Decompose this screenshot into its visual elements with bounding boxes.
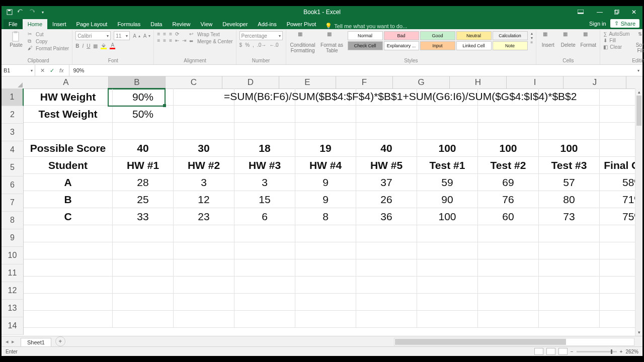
cell-D6[interactable]: 3 xyxy=(234,174,295,191)
cell-I13[interactable] xyxy=(539,294,600,311)
cell-H4[interactable]: 100 xyxy=(478,140,539,157)
enter-icon[interactable]: ✓ xyxy=(50,67,54,74)
row-header[interactable]: 3 xyxy=(2,124,24,141)
cell-F8[interactable]: 36 xyxy=(356,208,417,225)
delete-cells-button[interactable]: ▦Delete xyxy=(559,31,577,48)
cell-F14[interactable] xyxy=(356,311,417,328)
align-top-button[interactable]: ≡ xyxy=(157,31,160,37)
tab-insert[interactable]: Insert xyxy=(47,19,71,29)
cell-H7[interactable]: 76 xyxy=(478,191,539,208)
maximize-button[interactable] xyxy=(608,6,625,18)
name-box[interactable]: B1▾ xyxy=(2,65,35,76)
cell-style-option[interactable]: Neutral xyxy=(456,31,492,40)
normal-view-button[interactable] xyxy=(534,348,543,355)
italic-button[interactable]: I xyxy=(82,43,84,49)
cell-B3[interactable] xyxy=(113,123,174,140)
cell-E6[interactable]: 9 xyxy=(295,174,356,191)
percent-button[interactable]: % xyxy=(245,42,250,48)
column-header[interactable]: F xyxy=(336,76,393,89)
cell-E8[interactable]: 8 xyxy=(295,208,356,225)
cell-A8[interactable]: C xyxy=(24,208,113,225)
worksheet-grid[interactable]: ABCDEFGHIJ 1234567891011121314 HW Weight… xyxy=(2,76,642,336)
cell-F7[interactable]: 26 xyxy=(356,191,417,208)
tab-view[interactable]: View xyxy=(196,19,218,29)
cell-C7[interactable]: 12 xyxy=(174,191,234,208)
cell-F11[interactable] xyxy=(356,259,417,277)
cell-F10[interactable] xyxy=(356,242,417,259)
increase-indent-button[interactable]: ⇥ xyxy=(182,38,186,43)
cell-I4[interactable]: 100 xyxy=(539,140,600,157)
expand-formula-bar-icon[interactable]: ▾ xyxy=(637,68,642,73)
cell-I7[interactable]: 80 xyxy=(539,191,600,208)
row-header[interactable]: 14 xyxy=(2,317,24,335)
cell-A13[interactable] xyxy=(24,294,113,311)
cell-F9[interactable] xyxy=(356,225,417,242)
cell-D13[interactable] xyxy=(234,294,295,311)
new-sheet-button[interactable]: + xyxy=(55,336,65,346)
cell-B14[interactable] xyxy=(113,311,174,328)
cell-E13[interactable] xyxy=(295,294,356,311)
clear-button[interactable]: ◧Clear xyxy=(603,44,629,50)
cancel-icon[interactable]: ✕ xyxy=(40,67,45,74)
zoom-value[interactable]: 262% xyxy=(625,349,638,354)
qat-customize-icon[interactable]: ▾ xyxy=(40,9,46,15)
increase-decimal-button[interactable]: .0→ xyxy=(257,42,266,48)
cell-E14[interactable] xyxy=(295,311,356,328)
cell-B13[interactable] xyxy=(113,294,174,311)
cell-style-option[interactable]: Explanatory ... xyxy=(384,41,419,50)
chevron-down-icon[interactable]: ▾ xyxy=(531,36,533,40)
cell-I3[interactable] xyxy=(539,123,600,140)
fx-icon[interactable]: fx xyxy=(59,67,64,73)
row-header[interactable]: 6 xyxy=(2,176,24,194)
cell-I12[interactable] xyxy=(539,277,600,294)
cell-A7[interactable]: B xyxy=(24,191,113,208)
cell-I9[interactable] xyxy=(539,225,600,242)
cell-C14[interactable] xyxy=(174,311,234,328)
undo-icon[interactable] xyxy=(18,9,24,15)
cell-I11[interactable] xyxy=(539,259,600,277)
number-format-combo[interactable]: Percentage▾ xyxy=(239,31,283,40)
more-icon[interactable]: ≡ xyxy=(531,40,533,45)
cell-style-option[interactable]: Normal xyxy=(348,31,383,40)
cell-style-option[interactable]: Input xyxy=(420,41,455,50)
cell-A1[interactable]: HW Weight xyxy=(24,88,113,106)
cell-A11[interactable] xyxy=(24,259,113,277)
comma-button[interactable]: , xyxy=(253,42,254,48)
tab-developer[interactable]: Developer xyxy=(217,19,253,29)
cell-D10[interactable] xyxy=(234,242,295,259)
cell-E5[interactable]: HW #4 xyxy=(295,157,356,174)
cell-H10[interactable] xyxy=(478,242,539,259)
row-header[interactable]: 12 xyxy=(2,282,24,300)
cell-D2[interactable] xyxy=(234,106,295,123)
cell-C8[interactable]: 23 xyxy=(174,208,234,225)
tab-formulas[interactable]: Formulas xyxy=(112,19,145,29)
cell-C10[interactable] xyxy=(174,242,234,259)
cell-B7[interactable]: 25 xyxy=(113,191,174,208)
cell-F6[interactable]: 37 xyxy=(356,174,417,191)
cell-I6[interactable]: 57 xyxy=(539,174,600,191)
cell-C9[interactable] xyxy=(174,225,234,242)
cell-F4[interactable]: 40 xyxy=(356,140,417,157)
decrease-decimal-button[interactable]: ←.0 xyxy=(269,42,278,48)
cell-B5[interactable]: HW #1 xyxy=(113,157,174,174)
column-header[interactable]: C xyxy=(166,76,222,89)
cell-D7[interactable]: 15 xyxy=(234,191,295,208)
cell-A14[interactable] xyxy=(24,311,113,328)
column-header[interactable]: E xyxy=(279,76,336,89)
cell-G12[interactable] xyxy=(417,277,478,294)
signin-link[interactable]: Sign in xyxy=(589,21,606,27)
cell-style-option[interactable]: Bad xyxy=(384,31,419,40)
paste-button[interactable]: Paste xyxy=(8,31,25,48)
cell-A2[interactable]: Test Weight xyxy=(24,106,113,123)
column-header[interactable]: H xyxy=(450,76,507,89)
cell-style-option[interactable]: Check Cell xyxy=(348,41,383,50)
close-button[interactable]: ✕ xyxy=(625,6,642,18)
cell-G13[interactable] xyxy=(417,294,478,311)
column-header[interactable]: D xyxy=(222,76,279,89)
cell-F2[interactable] xyxy=(356,106,417,123)
scroll-thumb[interactable] xyxy=(395,339,566,345)
conditional-formatting-button[interactable]: ▦Conditional Formatting xyxy=(289,31,316,53)
cell-C12[interactable] xyxy=(174,277,234,294)
tab-page-layout[interactable]: Page Layout xyxy=(71,19,113,29)
font-name-combo[interactable]: Calibri▾ xyxy=(75,31,111,40)
